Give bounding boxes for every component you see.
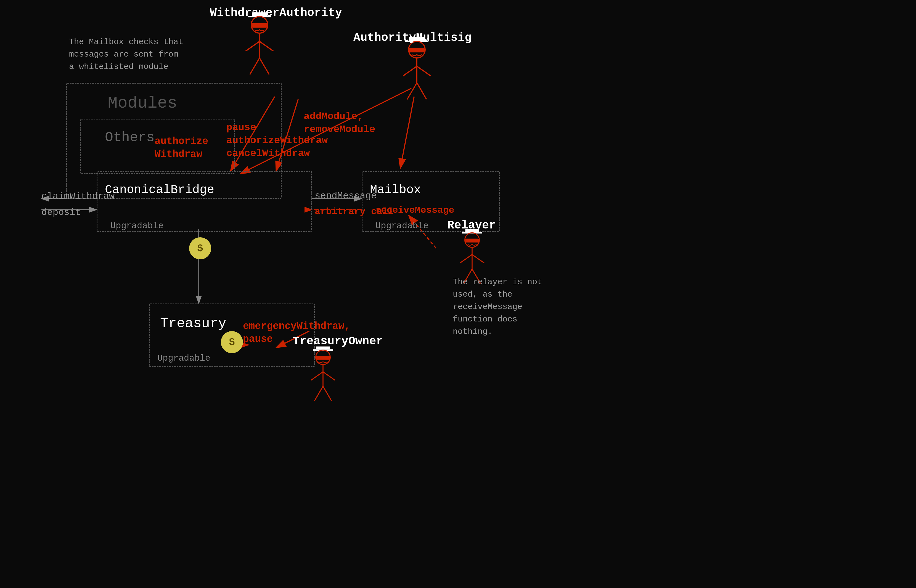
withdrawer-authority-name: WithdrawerAuthority (210, 5, 342, 21)
svg-line-32 (407, 83, 417, 99)
svg-line-50 (314, 386, 323, 401)
svg-line-22 (259, 41, 273, 51)
mailbox-annotation: The Mailbox checks that messages are sen… (69, 36, 185, 73)
svg-rect-37 (466, 239, 479, 242)
svg-line-48 (311, 372, 323, 381)
treasury-label: Treasury (160, 315, 227, 333)
claim-withdraw-label: claimWithdraw (41, 189, 115, 204)
svg-line-23 (250, 58, 259, 74)
authority-multisig-name: AuthorityMultisig (353, 30, 471, 45)
receive-message-label: receiveMessage (375, 204, 455, 216)
add-remove-module-label: addModule,removeModule (304, 110, 375, 136)
svg-line-40 (472, 255, 484, 263)
svg-line-33 (417, 83, 427, 99)
svg-line-39 (460, 255, 472, 263)
relayer-note: The relayer is not used, as the receiveM… (453, 276, 558, 338)
svg-line-24 (259, 58, 269, 74)
deposit-label: deposit (41, 205, 81, 220)
canonical-bridge-label: CanonicalBridge (105, 182, 214, 198)
modules-label: Modules (108, 94, 177, 113)
svg-line-30 (403, 66, 417, 76)
treasury-owner-figure (304, 339, 342, 415)
treasury-sublabel: Upgradable (157, 353, 210, 363)
mailbox-label: Mailbox (370, 182, 421, 198)
send-message-label: sendMessage (315, 189, 377, 203)
svg-line-51 (323, 386, 332, 401)
mailbox-sublabel: Upgradable (375, 221, 429, 231)
svg-rect-46 (316, 356, 330, 360)
emergency-withdraw-label: emergencyWithdraw,pause (243, 320, 350, 346)
authorize-withdraw-label: authorizeWithdraw (155, 135, 208, 161)
svg-line-49 (323, 372, 335, 381)
others-label: Others (105, 130, 155, 145)
money-circle-bridge: $ (189, 237, 211, 259)
relayer-name: Relayer (447, 218, 496, 233)
svg-line-21 (246, 41, 259, 51)
diagram-container: The Mailbox checks that messages are sen… (0, 0, 916, 588)
svg-line-31 (417, 66, 430, 76)
money-circle-treasury: $ (221, 331, 243, 353)
canonical-bridge-sublabel: Upgradable (110, 221, 163, 231)
svg-rect-19 (252, 23, 267, 27)
svg-rect-28 (409, 48, 425, 52)
